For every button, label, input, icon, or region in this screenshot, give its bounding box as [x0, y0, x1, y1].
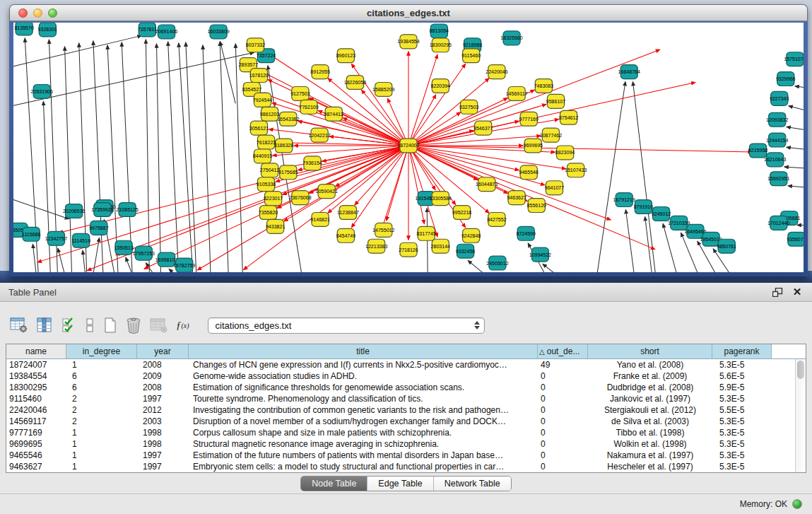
column-header-in_degree[interactable]: in_degree — [66, 344, 137, 358]
network-node[interactable]: 8037332 — [246, 38, 266, 52]
table-scrollbar[interactable] — [795, 359, 806, 472]
network-node[interactable]: 2718126 — [399, 243, 418, 257]
network-node[interactable]: 8186328 — [274, 139, 294, 153]
network-node[interactable]: 8754612 — [559, 110, 579, 124]
network-node[interactable]: 9146821 — [310, 212, 330, 226]
network-node[interactable]: 20691406 — [155, 25, 177, 39]
network-node[interactable]: 9850761 — [717, 239, 737, 253]
network-node[interactable]: 22420046 — [486, 65, 507, 79]
column-header-pagerank[interactable]: pagerank — [712, 344, 772, 358]
network-node[interactable]: 1115686 — [22, 227, 40, 241]
column-header-out_de[interactable]: △out_de... — [538, 344, 588, 358]
table-row[interactable]: 1872400712008Changes of HCN gene express… — [6, 359, 795, 370]
network-node[interactable]: 9699695 — [524, 139, 543, 153]
network-node[interactable]: 9115460 — [461, 49, 481, 63]
network-node[interactable]: 9874412 — [324, 107, 344, 121]
network-node[interactable]: 7483083 — [534, 79, 554, 93]
network-node[interactable]: 9332456 — [456, 244, 476, 258]
table-row[interactable]: 969969511998Structural magnetic resonanc… — [6, 438, 795, 450]
network-node[interactable]: 8223017 — [264, 192, 283, 206]
column-header-short[interactable]: short — [588, 344, 712, 358]
network-node[interactable]: 12213383 — [365, 239, 387, 253]
network-node[interactable]: 9861203 — [260, 107, 280, 121]
network-node[interactable]: 9777169 — [519, 112, 539, 126]
network-node[interactable]: 8427552 — [487, 212, 507, 226]
delete-trash-icon[interactable] — [125, 316, 142, 334]
network-node[interactable]: 9329966 — [776, 72, 796, 86]
close-panel-icon[interactable]: ✕ — [791, 286, 804, 298]
new-document-icon[interactable] — [103, 317, 117, 334]
network-node[interactable]: 15751074 — [784, 52, 804, 66]
function-builder-icon[interactable]: ƒ(x) — [176, 320, 189, 332]
network-node[interactable]: 1114519 — [71, 233, 90, 247]
network-node[interactable]: 10590421 — [315, 185, 337, 199]
network-node[interactable]: 20206536 — [63, 204, 85, 218]
network-node[interactable]: 7357811 — [138, 23, 157, 37]
network-node[interactable]: 15885209 — [372, 83, 394, 97]
table-row[interactable]: 977716911998Corpus callosum shape and si… — [6, 427, 795, 438]
network-node[interactable]: 12342757 — [45, 231, 67, 245]
show-columns-icon[interactable] — [36, 317, 53, 334]
network-node[interactable]: 8317745 — [416, 226, 436, 240]
network-node[interactable]: 19384554 — [397, 35, 419, 49]
network-node[interactable]: 8556120 — [527, 199, 547, 213]
network-node[interactable]: 9641077 — [545, 181, 565, 195]
table-row[interactable]: 1456911722003Disruption of a novel membe… — [6, 416, 795, 427]
network-node[interactable]: 17012440 — [767, 216, 789, 230]
column-header-year[interactable]: year — [137, 344, 189, 358]
table-row[interactable]: 946362711997Embryonic stem cells: a mode… — [6, 461, 795, 472]
network-node[interactable]: 7924544 — [253, 93, 273, 107]
clear-selection-icon[interactable] — [84, 317, 95, 334]
network-node[interactable]: 9463627 — [507, 191, 526, 205]
network-node[interactable]: 9356072 — [787, 232, 804, 246]
network-node[interactable]: 8454749 — [336, 228, 356, 243]
tab-network-table[interactable]: Network Table — [434, 477, 511, 491]
network-node[interactable]: 7355820 — [259, 206, 278, 220]
network-node[interactable]: 15692951 — [767, 172, 789, 186]
network-window-titlebar[interactable]: citations_edges.txt — [9, 4, 808, 21]
network-node[interactable]: 8220394 — [431, 79, 451, 93]
network-node[interactable]: 12444154 — [766, 133, 788, 147]
network-node[interactable]: 14569117 — [506, 86, 528, 100]
float-window-icon[interactable] — [771, 286, 784, 298]
network-node[interactable]: 16782759 — [173, 258, 195, 272]
network-node[interactable]: 8440915 — [253, 149, 273, 163]
network-node[interactable]: 9586107 — [546, 94, 566, 108]
network-node[interactable]: 9465546 — [519, 165, 539, 180]
network-node[interactable]: 16033809 — [207, 25, 229, 39]
network-node[interactable]: 23676068 — [289, 191, 311, 205]
table-select-dropdown[interactable]: citations_edges.txt — [208, 317, 485, 334]
network-node[interactable]: 9975887 — [89, 221, 109, 235]
network-node[interactable]: 16210643 — [764, 153, 786, 167]
memory-status-indicator[interactable] — [792, 499, 802, 509]
network-node[interactable]: 12042217 — [308, 128, 330, 142]
network-node[interactable]: 16543382 — [277, 112, 299, 126]
network-node[interactable]: 20531906 — [31, 85, 53, 99]
network-node[interactable]: 8912955 — [310, 65, 330, 79]
network-node[interactable]: 8724590 — [516, 226, 536, 240]
table-settings-icon[interactable] — [10, 317, 28, 334]
network-node[interactable]: 3056121 — [249, 121, 269, 135]
table-row[interactable]: 946554611997Estimation of the future num… — [6, 450, 795, 461]
network-node[interactable]: 18325660 — [500, 31, 522, 45]
network-node[interactable]: 2750412 — [260, 163, 280, 177]
network-node[interactable]: 9546377 — [473, 121, 493, 135]
network-node[interactable]: 8823094 — [555, 146, 575, 160]
table-row[interactable]: 1938455462009Genome-wide association stu… — [6, 370, 795, 382]
network-node[interactable]: 2803144 — [431, 239, 451, 253]
network-node[interactable]: 13305584 — [430, 192, 452, 206]
tab-edge-table[interactable]: Edge Table — [367, 477, 433, 491]
network-node[interactable]: 15107433 — [565, 163, 587, 177]
network-node[interactable]: 14755012 — [372, 223, 394, 237]
network-node[interactable]: 10994522 — [529, 247, 551, 262]
network-node[interactable]: 8215958 — [748, 144, 768, 158]
network-node[interactable]: 11238847 — [337, 206, 359, 220]
network-node[interactable]: 16044873 — [476, 177, 498, 192]
network-node[interactable]: 9105338 — [257, 177, 276, 192]
network-node[interactable]: 21085125 — [116, 203, 138, 217]
network-node[interactable]: 8135570 — [14, 23, 34, 35]
network-node[interactable]: 17957253 — [133, 246, 155, 260]
network-hub-node[interactable]: 18724007 — [397, 139, 419, 153]
network-node[interactable]: 9127503 — [290, 86, 310, 100]
network-node[interactable]: 8813054 — [430, 24, 449, 38]
